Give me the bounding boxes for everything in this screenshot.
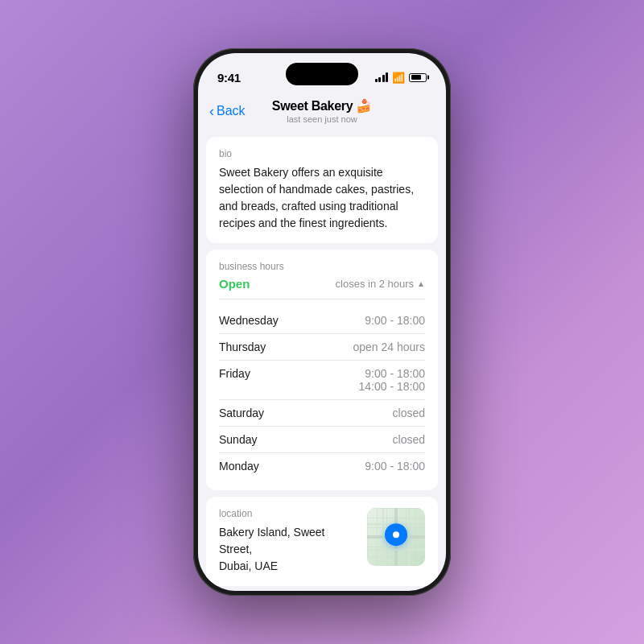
map-preview[interactable]: [367, 508, 425, 566]
nav-title: Sweet Bakery 🍰: [272, 98, 372, 114]
day-monday: Monday: [219, 460, 259, 473]
hours-friday-1: 9:00 - 18:00: [365, 367, 425, 380]
day-friday: Friday: [219, 367, 250, 380]
hours-label: business hours: [219, 261, 425, 272]
hours-friday-2: 14:00 - 18:00: [358, 380, 425, 393]
day-saturday: Saturday: [219, 407, 264, 419]
hours-wednesday: 9:00 - 18:00: [365, 314, 425, 327]
phone-screen: 9:41 📶 ‹ Ba: [198, 53, 446, 591]
day-sunday: Sunday: [219, 433, 257, 446]
hours-row-friday: Friday 9:00 - 18:00 14:00 - 18:00: [219, 361, 425, 400]
nav-bar: ‹ Back Sweet Bakery 🍰 last seen just now: [198, 95, 446, 130]
scroll-content[interactable]: bio Sweet Bakery offers an exquisite sel…: [198, 130, 446, 591]
hours-status-row[interactable]: Open closes in 2 hours ▲: [219, 277, 425, 299]
signal-icon: [375, 72, 389, 82]
status-icons: 📶: [375, 72, 427, 84]
map-pin-icon: [385, 523, 407, 546]
dynamic-island: [286, 63, 358, 85]
back-chevron-icon: ‹: [209, 103, 214, 120]
hours-row-sunday: Sunday closed: [219, 427, 425, 453]
hours-friday: 9:00 - 18:00 14:00 - 18:00: [358, 367, 425, 393]
back-label[interactable]: Back: [217, 104, 246, 118]
chevron-up-icon: ▲: [417, 279, 425, 288]
phone-device: 9:41 📶 ‹ Ba: [193, 48, 451, 596]
hours-sunday: closed: [393, 433, 425, 446]
nav-subtitle: last seen just now: [272, 114, 372, 124]
hours-row-saturday: Saturday closed: [219, 400, 425, 427]
status-time: 9:41: [217, 71, 241, 85]
hours-saturday: closed: [393, 407, 425, 419]
back-button[interactable]: ‹ Back: [209, 103, 246, 120]
day-wednesday: Wednesday: [219, 314, 279, 327]
day-thursday: Thursday: [219, 341, 266, 353]
wifi-icon: 📶: [392, 72, 405, 84]
hours-row-wednesday: Wednesday 9:00 - 18:00: [219, 308, 425, 334]
location-card[interactable]: location Bakery Island, Sweet Street,Dub…: [206, 497, 438, 586]
hours-thursday: open 24 hours: [353, 341, 425, 353]
closes-text-label: closes in 2 hours: [336, 278, 415, 290]
nav-title-area: Sweet Bakery 🍰 last seen just now: [272, 98, 372, 124]
location-label: location: [219, 508, 357, 519]
location-address: Bakery Island, Sweet Street,Dubai, UAE: [219, 524, 357, 575]
closes-text: closes in 2 hours ▲: [336, 278, 425, 290]
hours-monday: 9:00 - 18:00: [365, 460, 425, 473]
bio-text: Sweet Bakery offers an exquisite selecti…: [219, 164, 425, 232]
hours-row-thursday: Thursday open 24 hours: [219, 334, 425, 361]
bio-card: bio Sweet Bakery offers an exquisite sel…: [206, 137, 438, 243]
hours-card: business hours Open closes in 2 hours ▲ …: [206, 250, 438, 490]
hours-row-monday: Monday 9:00 - 18:00: [219, 453, 425, 479]
location-text-area: location Bakery Island, Sweet Street,Dub…: [219, 508, 357, 575]
open-badge: Open: [219, 277, 250, 291]
battery-icon: [409, 73, 427, 82]
bio-label: bio: [219, 148, 425, 159]
